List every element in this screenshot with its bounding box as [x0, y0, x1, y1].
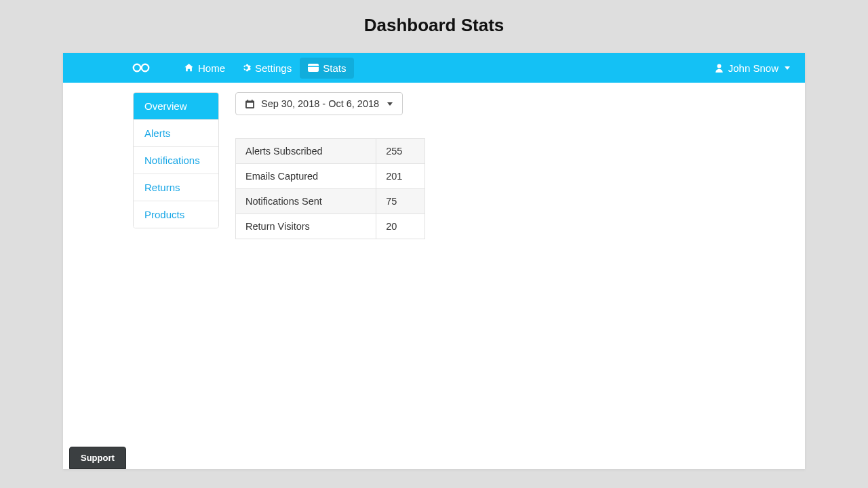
sidebar-item-label: Returns: [144, 182, 180, 193]
nav-home-label: Home: [198, 62, 225, 74]
table-row: Notifications Sent 75: [236, 189, 425, 214]
sidebar-item-label: Products: [144, 209, 184, 220]
sidebar-item-label: Alerts: [144, 127, 170, 139]
support-button[interactable]: Support: [69, 447, 126, 469]
content-area: Overview Alerts Notifications Returns Pr…: [63, 83, 805, 239]
sidebar-item-label: Overview: [144, 100, 187, 112]
table-row: Return Visitors 20: [236, 214, 425, 239]
brand-logo[interactable]: [132, 62, 150, 73]
stat-label: Alerts Subscribed: [236, 139, 376, 164]
app-frame: Home Settings Stats: [63, 53, 805, 469]
sidebar-item-overview[interactable]: Overview: [134, 93, 218, 120]
navbar: Home Settings Stats: [63, 53, 805, 83]
table-row: Alerts Subscribed 255: [236, 139, 425, 164]
sidebar-item-notifications[interactable]: Notifications: [134, 147, 218, 174]
card-icon: [308, 64, 319, 72]
main-panel: Sep 30, 2018 - Oct 6, 2018 Alerts Subscr…: [235, 92, 805, 239]
support-label: Support: [81, 453, 115, 463]
stat-value: 75: [376, 189, 425, 214]
stat-value: 255: [376, 139, 425, 164]
sidebar-item-returns[interactable]: Returns: [134, 174, 218, 201]
user-icon: [715, 63, 724, 73]
nav-settings[interactable]: Settings: [233, 58, 300, 79]
stat-label: Emails Captured: [236, 164, 376, 189]
sidebar-list: Overview Alerts Notifications Returns Pr…: [133, 92, 219, 228]
svg-point-0: [134, 64, 140, 71]
sidebar-item-alerts[interactable]: Alerts: [134, 120, 218, 147]
user-menu[interactable]: John Snow: [708, 58, 797, 79]
stat-value: 201: [376, 164, 425, 189]
caret-down-icon: [387, 102, 393, 106]
caret-down-icon: [785, 66, 790, 70]
gear-icon: [241, 63, 251, 73]
nav-stats-label: Stats: [323, 62, 346, 74]
table-row: Emails Captured 201: [236, 164, 425, 189]
nav-home[interactable]: Home: [176, 58, 233, 79]
nav-stats[interactable]: Stats: [300, 58, 354, 79]
svg-point-4: [717, 64, 721, 68]
sidebar-item-label: Notifications: [144, 155, 200, 166]
svg-rect-8: [252, 100, 253, 102]
nav-settings-label: Settings: [255, 62, 292, 74]
calendar-icon: [245, 100, 254, 108]
glasses-icon: [132, 62, 150, 73]
home-icon: [184, 63, 194, 73]
svg-rect-6: [247, 102, 253, 107]
stat-label: Notifications Sent: [236, 189, 376, 214]
svg-rect-3: [308, 66, 319, 67]
date-range-picker[interactable]: Sep 30, 2018 - Oct 6, 2018: [235, 92, 403, 115]
stat-value: 20: [376, 214, 425, 239]
stats-table: Alerts Subscribed 255 Emails Captured 20…: [235, 138, 425, 239]
nav-links: Home Settings Stats: [176, 58, 354, 79]
sidebar: Overview Alerts Notifications Returns Pr…: [133, 92, 219, 239]
stat-label: Return Visitors: [236, 214, 376, 239]
svg-point-1: [142, 64, 149, 71]
svg-rect-7: [247, 100, 248, 102]
page-title: Dashboard Stats: [0, 0, 868, 45]
user-name: John Snow: [728, 62, 778, 74]
sidebar-item-products[interactable]: Products: [134, 201, 218, 228]
svg-rect-2: [308, 64, 319, 72]
date-range-text: Sep 30, 2018 - Oct 6, 2018: [261, 98, 379, 109]
